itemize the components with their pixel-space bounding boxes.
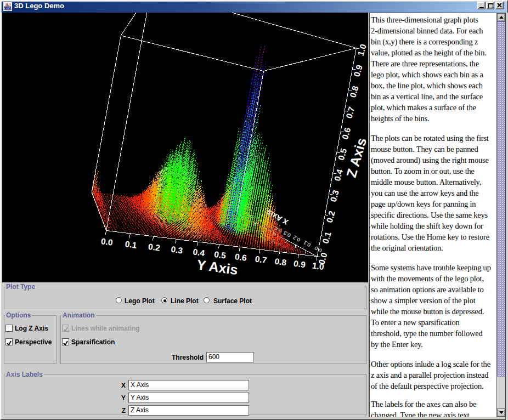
svg-text:0.9: 0.9: [293, 259, 306, 270]
svg-text:0.6: 0.6: [234, 252, 247, 263]
svg-text:0.8: 0.8: [274, 257, 287, 268]
svg-text:0.1: 0.1: [125, 239, 138, 250]
svg-text:0.2: 0.2: [148, 242, 161, 253]
svg-text:0.0: 0.0: [100, 236, 114, 247]
svg-text:0.7: 0.7: [255, 254, 268, 265]
svg-text:0.3: 0.3: [171, 245, 184, 256]
